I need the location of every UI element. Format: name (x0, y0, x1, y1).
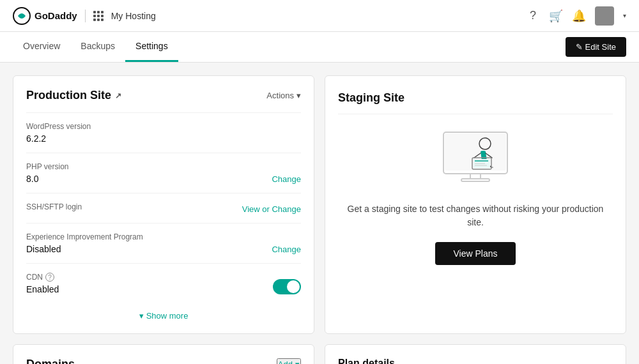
php-version-left: PHP version 8.0 (26, 162, 68, 184)
logo[interactable]: GoDaddy (13, 7, 77, 25)
domains-card-header: Domains Add ▾ (26, 358, 301, 364)
show-more-chevron: ▾ (139, 311, 144, 321)
avatar[interactable] (595, 6, 614, 26)
nav-left: GoDaddy My Hosting (13, 7, 156, 25)
plan-details-title: Plan details (338, 358, 613, 364)
actions-chevron: ▾ (296, 91, 301, 100)
cdn-left: CDN ? Enabled (26, 273, 59, 294)
ssh-view-change-link[interactable]: View or Change (242, 204, 301, 214)
show-more-label: Show more (146, 311, 189, 321)
bell-icon[interactable]: 🔔 (572, 9, 586, 23)
tab-overview[interactable]: Overview (13, 32, 70, 62)
edit-site-button[interactable]: ✎ Edit Site (566, 37, 626, 57)
domains-card: Domains Add ▾ 🔒 https:// PRIMARY ··· (13, 344, 314, 364)
ssh-sftp-row: SSH/SFTP login View or Change (26, 193, 301, 223)
my-hosting-label: My Hosting (111, 11, 156, 21)
cdn-help-icon[interactable]: ? (45, 273, 54, 282)
production-site-card: Production Site ↗ Actions ▾ WordPress ve… (13, 75, 314, 334)
php-change-link[interactable]: Change (272, 174, 301, 184)
svg-rect-3 (470, 174, 481, 179)
ssh-sftp-left: SSH/SFTP login (26, 202, 82, 214)
php-version-row: PHP version 8.0 Change (26, 153, 301, 193)
wordpress-version-row: WordPress version 6.2.2 (26, 112, 301, 153)
cdn-toggle[interactable] (273, 279, 301, 294)
staging-description: Get a staging site to test changes witho… (338, 202, 613, 229)
cdn-row: CDN ? Enabled (26, 263, 301, 303)
tab-bar: Overview Backups Settings (13, 32, 178, 62)
account-chevron[interactable]: ▾ (623, 12, 626, 19)
staging-illustration (424, 119, 527, 190)
php-version-value: 8.0 (26, 174, 68, 184)
nav-divider (85, 10, 86, 22)
eip-label: Experience Improvement Program (26, 232, 143, 241)
actions-button[interactable]: Actions ▾ (266, 91, 301, 100)
top-nav: GoDaddy My Hosting ? 🛒 🔔 ▾ (0, 0, 639, 32)
cdn-value: Enabled (26, 284, 59, 294)
domains-card-title: Domains (26, 358, 75, 364)
svg-rect-4 (461, 179, 489, 181)
php-version-label: PHP version (26, 162, 68, 171)
actions-label: Actions (266, 91, 294, 100)
plan-details-card: Plan details Basic (325, 344, 626, 364)
production-card-title: Production Site ↗ (26, 89, 121, 102)
eip-left: Experience Improvement Program Disabled (26, 232, 143, 254)
add-domain-button[interactable]: Add ▾ (277, 358, 301, 364)
main-content: Production Site ↗ Actions ▾ WordPress ve… (0, 63, 639, 364)
ssh-sftp-label: SSH/SFTP login (26, 202, 82, 211)
cdn-label: CDN ? (26, 273, 59, 282)
eip-value: Disabled (26, 244, 143, 254)
grid-icon[interactable] (93, 11, 104, 21)
staging-site-card: Staging Site (325, 75, 626, 334)
wordpress-version-value: 6.2.2 (26, 133, 301, 144)
tab-backups[interactable]: Backups (70, 32, 125, 62)
show-more-button[interactable]: ▾ Show more (26, 303, 301, 321)
nav-right: ? 🛒 🔔 ▾ (526, 6, 626, 26)
add-label: Add (278, 360, 293, 364)
cart-icon[interactable]: 🛒 (549, 9, 563, 23)
add-chevron: ▾ (295, 360, 300, 364)
production-card-header: Production Site ↗ Actions ▾ (26, 89, 301, 102)
logo-text: GoDaddy (35, 10, 77, 21)
staging-card-title: Staging Site (338, 91, 613, 114)
production-title-text: Production Site (26, 89, 111, 102)
eip-change-link[interactable]: Change (272, 245, 301, 254)
help-icon[interactable]: ? (526, 9, 540, 23)
sub-nav: Overview Backups Settings ✎ Edit Site (0, 32, 639, 63)
external-link-icon[interactable]: ↗ (115, 91, 121, 100)
wordpress-version-label: WordPress version (26, 122, 301, 131)
view-plans-button[interactable]: View Plans (435, 242, 515, 265)
eip-row: Experience Improvement Program Disabled … (26, 223, 301, 263)
tab-settings[interactable]: Settings (125, 32, 178, 62)
